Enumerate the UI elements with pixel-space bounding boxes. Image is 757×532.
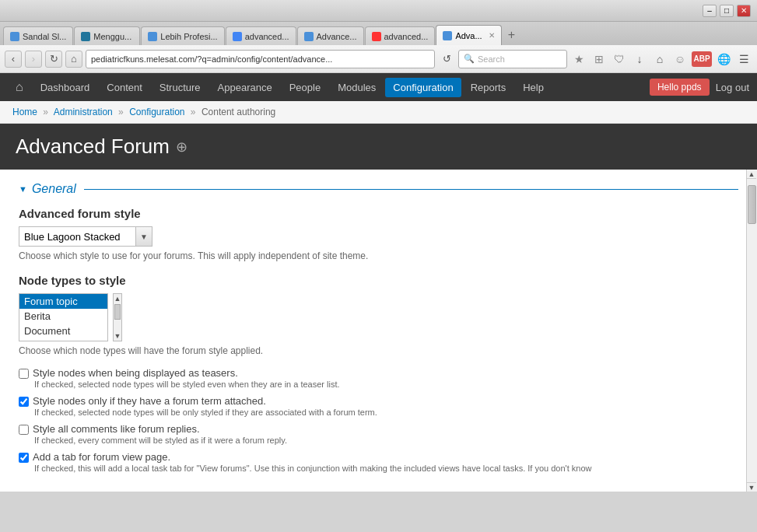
bookmark-btn[interactable]: ★ <box>570 51 587 68</box>
checkbox-desc-3: If checked, every comment will be styled… <box>34 436 738 445</box>
breadcrumb-admin[interactable]: Administration <box>54 107 113 117</box>
breadcrumb-home[interactable]: Home <box>12 107 37 117</box>
nav-right: Hello ppds Log out <box>650 79 749 96</box>
hello-badge: Hello ppds <box>650 79 710 96</box>
tab-icon <box>148 32 157 41</box>
checkbox-row-3: Style all comments like forum replies. I… <box>19 423 738 445</box>
tab-menggu[interactable]: Menggu... <box>74 26 140 45</box>
nav-modules[interactable]: Modules <box>330 78 384 97</box>
tab-label: Sandal Sl... <box>23 32 66 41</box>
checkbox-row-4: Add a tab for forum view page. If checke… <box>19 451 738 473</box>
tab-sandal[interactable]: Sandal Sl... <box>3 26 73 45</box>
page-scrollbar[interactable]: ▲ ▼ <box>746 170 757 492</box>
address-bar[interactable]: pediatricfkuns.melesat.com/?q=admin/conf… <box>86 50 435 68</box>
tab-lebih[interactable]: Lebih Profesi... <box>141 26 224 45</box>
admin-nav: ⌂ Dashboard Content Structure Appearance… <box>0 73 757 101</box>
home2-btn[interactable]: ⌂ <box>651 51 668 68</box>
checkbox-row-2: Style nodes only if they have a forum te… <box>19 395 738 417</box>
home-btn[interactable]: ⌂ <box>65 51 82 68</box>
tab-label: advanced... <box>384 32 429 41</box>
site-wrapper: ⌂ Dashboard Content Structure Appearance… <box>0 73 757 492</box>
nav-people[interactable]: People <box>282 78 328 97</box>
adblock-btn[interactable]: ABP <box>692 51 712 67</box>
breadcrumb-current: Content authoring <box>202 107 275 117</box>
scrollbar-thumb[interactable] <box>748 185 756 224</box>
add-content-icon[interactable]: ⊕ <box>176 138 187 156</box>
browser-titlebar: – □ ✕ <box>0 0 757 22</box>
nav-dashboard[interactable]: Dashboard <box>33 78 98 97</box>
listbox-item-basic-page[interactable]: Basic page <box>19 338 107 341</box>
tab-label: Menggu... <box>93 32 131 41</box>
checkbox-label-1[interactable]: Style nodes when being displayed as teas… <box>19 367 738 379</box>
nav-appearance[interactable]: Appearance <box>210 78 280 97</box>
forward-btn[interactable]: › <box>25 51 42 68</box>
listbox-scrollbar[interactable]: ▲ ▼ <box>113 293 122 341</box>
address-text: pediatricfkuns.melesat.com/?q=admin/conf… <box>91 54 332 64</box>
checkbox-3[interactable] <box>19 425 29 435</box>
tab-close-active[interactable]: ✕ <box>489 31 495 40</box>
checkbox-label-2[interactable]: Style nodes only if they have a forum te… <box>19 395 738 407</box>
breadcrumb-sep1: » <box>43 107 48 117</box>
logout-btn[interactable]: Log out <box>716 82 749 93</box>
node-types-section: Node types to style Forum topic Berita D… <box>19 274 738 356</box>
tab-adva-active[interactable]: Adva... ✕ <box>436 25 502 45</box>
bookmark2-btn[interactable]: ⊞ <box>591 51 608 68</box>
listbox-item-forum-topic[interactable]: Forum topic <box>19 294 107 309</box>
tab-icon-active <box>443 31 452 40</box>
checkbox-text-3: Style all comments like forum replies. <box>33 423 200 435</box>
tab-icon <box>372 32 381 41</box>
checkbox-4[interactable] <box>19 453 29 463</box>
search-bar[interactable]: 🔍 Search <box>458 50 567 68</box>
extension-btn[interactable]: 🌐 <box>715 51 732 68</box>
close-btn[interactable]: ✕ <box>737 5 751 17</box>
checkbox-label-3[interactable]: Style all comments like forum replies. <box>19 423 738 435</box>
scroll-up-arrow[interactable]: ▲ <box>114 295 121 303</box>
nav-reports[interactable]: Reports <box>463 78 514 97</box>
tab-label: Lebih Profesi... <box>160 32 217 41</box>
emoji-btn[interactable]: ☺ <box>671 51 689 68</box>
forum-style-section: Advanced forum style Blue Lagoon Stacked… <box>19 207 738 261</box>
reload-btn[interactable]: ↺ <box>438 51 455 68</box>
nav-help[interactable]: Help <box>515 78 552 97</box>
nav-home[interactable]: ⌂ <box>8 76 31 98</box>
refresh-btn[interactable]: ↻ <box>45 51 62 68</box>
checkbox-2[interactable] <box>19 397 29 407</box>
tab-advanced1[interactable]: advanced... <box>226 26 296 45</box>
minimize-btn[interactable]: – <box>703 5 717 17</box>
node-types-label: Node types to style <box>19 274 738 287</box>
tab-advance[interactable]: Advance... <box>297 26 364 45</box>
scrollbar-down-arrow[interactable]: ▼ <box>747 482 756 492</box>
node-types-description: Choose which node types will have the fo… <box>19 345 738 356</box>
tab-advanced2[interactable]: advanced... <box>365 26 436 45</box>
breadcrumb-config[interactable]: Configuration <box>129 107 184 117</box>
new-tab-btn[interactable]: + <box>503 26 520 44</box>
checkbox-1[interactable] <box>19 369 29 379</box>
forum-style-select[interactable]: Blue Lagoon Stacked Blue Lagoon Flat Cla… <box>19 226 135 247</box>
listbox-item-berita[interactable]: Berita <box>19 309 107 324</box>
back-btn[interactable]: ‹ <box>5 51 22 68</box>
listbox-item-document[interactable]: Document <box>19 324 107 338</box>
page-title-area: Advanced Forum ⊕ <box>0 124 757 170</box>
scroll-thumb[interactable] <box>114 304 121 320</box>
checkbox-desc-4: If checked, this will add a local task t… <box>34 464 738 473</box>
menu-btn[interactable]: ☰ <box>735 51 752 68</box>
download-btn[interactable]: ↓ <box>631 51 648 68</box>
tab-label-active: Adva... <box>455 31 482 40</box>
forum-style-description: Choose which style to use for your forum… <box>19 250 738 261</box>
select-arrow-btn[interactable]: ▼ <box>135 226 152 247</box>
checkbox-desc-2: If checked, selected node types will be … <box>34 408 738 417</box>
checkbox-label-4[interactable]: Add a tab for forum view page. <box>19 451 738 463</box>
nav-content[interactable]: Content <box>99 78 150 97</box>
nav-structure[interactable]: Structure <box>152 78 209 97</box>
scrollbar-up-arrow[interactable]: ▲ <box>747 170 756 179</box>
section-header: ▼ General <box>19 182 738 196</box>
maximize-btn[interactable]: □ <box>720 5 734 17</box>
nav-configuration[interactable]: Configuration <box>385 78 461 97</box>
scroll-down-arrow[interactable]: ▼ <box>114 332 121 340</box>
node-listbox[interactable]: Forum topic Berita Document Basic page <box>19 293 108 341</box>
node-listbox-wrapper: Forum topic Berita Document Basic page ▲… <box>19 293 738 341</box>
section-title: General <box>32 182 76 196</box>
checkbox-text-4: Add a tab for forum view page. <box>33 451 170 463</box>
breadcrumb-sep3: » <box>191 107 196 117</box>
section-toggle-icon[interactable]: ▼ <box>19 184 27 194</box>
